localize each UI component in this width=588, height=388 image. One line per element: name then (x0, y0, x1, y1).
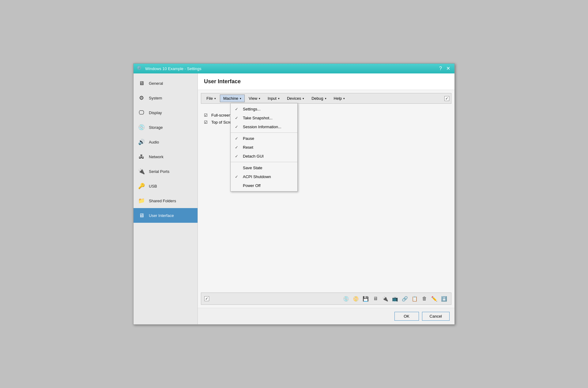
content-area: 🖥General⚙System🖵Display💿Storage🔊Audio🖧Ne… (134, 73, 454, 324)
sidebar: 🖥General⚙System🖵Display💿Storage🔊Audio🖧Ne… (134, 73, 198, 324)
menu-item-machine[interactable]: Machine▾ (220, 95, 245, 102)
settings-window: ⚙️ Windows 10 Example - Settings ? ✕ 🖥Ge… (133, 63, 455, 325)
download-icon[interactable]: ⬇️ (440, 295, 448, 303)
dropdown-label-settings: Settings... (243, 107, 261, 111)
menu-arrow-view: ▾ (259, 97, 260, 100)
sidebar-label-audio: Audio (149, 140, 159, 144)
dropdown-label-pause: Pause (243, 136, 254, 141)
view-item-check: ☑ (204, 120, 208, 125)
bottom-toolbar: ✓ 💿📀💾🖥🔌📺🔗📋🗑✏️⬇️ (201, 293, 451, 305)
app-icon: ⚙️ (137, 65, 143, 72)
dropdown-label-save-state: Save State (243, 166, 262, 170)
sidebar-item-user-interface[interactable]: 🖥User Interface (134, 208, 198, 223)
menu-arrow-help: ▾ (343, 97, 345, 100)
check-mark-settings: ✓ (235, 107, 238, 111)
menu-arrow-input: ▾ (278, 97, 280, 100)
sidebar-label-general: General (149, 81, 163, 86)
help-button[interactable]: ? (438, 66, 443, 71)
system-icon: ⚙ (137, 94, 146, 102)
trash-icon[interactable]: 🗑 (420, 295, 428, 303)
dropdown-separator (231, 132, 297, 133)
shared-folders-icon: 📁 (137, 196, 146, 205)
menu-item-debug[interactable]: Debug▾ (308, 95, 330, 102)
menu-item-input[interactable]: Input▾ (264, 95, 283, 102)
user-interface-icon: 🖥 (137, 211, 146, 220)
general-icon: 🖥 (137, 79, 146, 88)
sidebar-item-system[interactable]: ⚙System (134, 91, 198, 105)
menu-arrow-debug: ▾ (325, 97, 326, 100)
display-icon: 🖵 (137, 108, 146, 117)
clipboard-icon[interactable]: 📋 (411, 295, 419, 303)
optical-drive-icon[interactable]: 💿 (342, 295, 350, 303)
sidebar-label-network: Network (149, 155, 164, 159)
menu-bar: File▾Machine▾View▾Input▾Devices▾Debug▾He… (201, 93, 451, 104)
dropdown-item-take-snapshot[interactable]: ✓Take Snapshot... (231, 114, 297, 122)
sidebar-label-usb: USB (149, 184, 157, 188)
dropdown-label-session-information: Session Information... (243, 125, 281, 129)
sidebar-label-system: System (149, 96, 162, 100)
sidebar-item-serial-ports[interactable]: 🔌Serial Ports (134, 164, 198, 179)
dropdown-item-pause[interactable]: ✓Pause (231, 134, 297, 143)
sidebar-item-network[interactable]: 🖧Network (134, 149, 198, 164)
panel-header: User Interface (198, 73, 454, 90)
dropdown-label-detach-gui: Detach GUI (243, 154, 264, 159)
check-mark-session-information: ✓ (235, 125, 238, 129)
sidebar-item-audio[interactable]: 🔊Audio (134, 135, 198, 149)
menu-item-view[interactable]: View▾ (245, 95, 264, 102)
close-button[interactable]: ✕ (445, 66, 451, 71)
menu-label-file: File (206, 96, 213, 101)
main-panel: User Interface File▾Machine▾View▾Input▾D… (198, 73, 454, 324)
menu-checkbox[interactable]: ✓ (444, 96, 449, 101)
display-icon[interactable]: 🖥 (371, 295, 379, 303)
menu-arrow-file: ▾ (214, 97, 216, 100)
dialog-buttons: OK Cancel (198, 308, 454, 324)
toolbar-checkbox[interactable]: ✓ (204, 296, 209, 301)
dropdown-item-detach-gui[interactable]: ✓Detach GUI (231, 152, 297, 161)
sidebar-label-user-interface: User Interface (149, 213, 174, 218)
ok-button[interactable]: OK (394, 312, 419, 321)
sidebar-item-usb[interactable]: 🔑USB (134, 179, 198, 193)
dropdown-item-reset[interactable]: ✓Reset (231, 143, 297, 152)
menu-item-help[interactable]: Help▾ (330, 95, 349, 102)
edit-icon[interactable]: ✏️ (430, 295, 438, 303)
dropdown-separator (231, 162, 297, 162)
title-bar-left: ⚙️ Windows 10 Example - Settings (137, 65, 202, 72)
menu-label-machine: Machine (223, 96, 238, 101)
window-icon[interactable]: 📺 (391, 295, 399, 303)
sidebar-item-shared-folders[interactable]: 📁Shared Folders (134, 193, 198, 208)
menu-label-help: Help (334, 96, 342, 101)
menu-label-devices: Devices (287, 96, 301, 101)
check-mark-acpi-shutdown: ✓ (235, 174, 238, 179)
dropdown-item-acpi-shutdown[interactable]: ✓ACPI Shutdown (231, 172, 297, 181)
usb-icon[interactable]: 🔌 (381, 295, 389, 303)
view-item-check: ☑ (204, 113, 208, 118)
audio-icon: 🔊 (137, 138, 146, 146)
menu-arrow-devices: ▾ (303, 97, 304, 100)
page-title: User Interface (204, 78, 241, 84)
menu-label-debug: Debug (311, 96, 323, 101)
sidebar-label-storage: Storage (149, 125, 163, 130)
sidebar-label-display: Display (149, 110, 162, 115)
sidebar-label-shared-folders: Shared Folders (149, 199, 176, 203)
save-icon[interactable]: 💾 (362, 295, 370, 303)
dropdown-item-save-state[interactable]: Save State (231, 163, 297, 172)
menu-item-devices[interactable]: Devices▾ (284, 95, 307, 102)
window-title: Windows 10 Example - Settings (145, 66, 202, 71)
cd-icon[interactable]: 📀 (352, 295, 360, 303)
sidebar-item-general[interactable]: 🖥General (134, 76, 198, 91)
menu-item-file[interactable]: File▾ (203, 95, 219, 102)
dropdown-item-session-information[interactable]: ✓Session Information... (231, 122, 297, 131)
title-bar: ⚙️ Windows 10 Example - Settings ? ✕ (134, 64, 454, 73)
sidebar-item-display[interactable]: 🖵Display (134, 105, 198, 120)
cancel-button[interactable]: Cancel (422, 312, 450, 321)
storage-icon: 💿 (137, 123, 146, 132)
check-mark-take-snapshot: ✓ (235, 116, 238, 120)
dropdown-item-settings[interactable]: ✓Settings... (231, 105, 297, 114)
serial-ports-icon: 🔌 (137, 167, 146, 176)
menu-label-input: Input (268, 96, 277, 101)
dropdown-item-power-off[interactable]: Power Off (231, 181, 297, 190)
dropdown-label-power-off: Power Off (243, 183, 261, 188)
check-mark-pause: ✓ (235, 136, 238, 141)
sidebar-item-storage[interactable]: 💿Storage (134, 120, 198, 135)
network-icon[interactable]: 🔗 (401, 295, 409, 303)
